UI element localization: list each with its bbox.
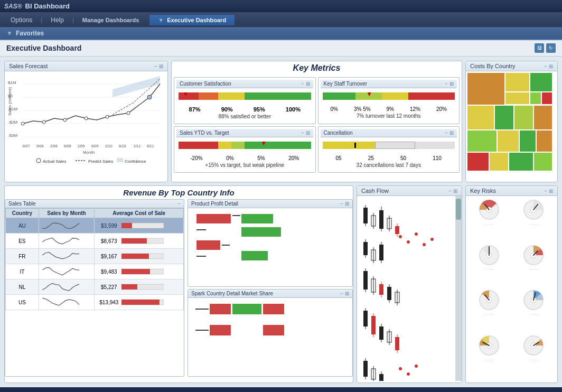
- cashflow-scrollbar[interactable]: [455, 196, 462, 381]
- svg-point-15: [85, 117, 88, 120]
- sy-values: -20%0%5%20%: [179, 155, 311, 161]
- st2-minimize[interactable]: −: [177, 201, 181, 207]
- table-row: FR$9,167: [6, 249, 184, 264]
- risk-gauge-4-svg: [522, 244, 546, 267]
- cancellation-header: Cancellation −⊞: [321, 129, 457, 137]
- table-row: AU$3,599: [6, 218, 184, 234]
- svg-point-17: [127, 111, 130, 115]
- revenue-section-panel: Revenue By Top Country Info Sales Table …: [4, 185, 353, 383]
- risk-gauge-4: · · · ·: [513, 244, 556, 287]
- svg-text:-$3M: -$3M: [8, 133, 18, 138]
- risk-gauge-7: · · · ·: [468, 334, 511, 377]
- svg-text:8/09: 8/09: [91, 144, 99, 148]
- cs-minimize[interactable]: −: [301, 81, 304, 87]
- risk-gauge-2: · · · ·: [513, 198, 556, 241]
- sy-minimize[interactable]: −: [301, 130, 304, 136]
- svg-point-108: [430, 238, 434, 241]
- table-row: IT$9,483: [6, 264, 184, 279]
- revenue-grid: Sales Table − Country Sales by Month Ave…: [5, 199, 353, 377]
- cf-minimize[interactable]: −: [448, 188, 452, 194]
- table-row: ES$8,673: [6, 234, 184, 249]
- profit-svg: [190, 211, 288, 262]
- st-gauge-bar: ▼: [323, 92, 455, 104]
- forecast-svg: $1M $0 -$1M -$2M -$3M Sales (millions): [7, 73, 163, 166]
- key-risks-header: Key Risks −⊞: [466, 186, 557, 196]
- product-profit-header: Product Profit Detail −⊞: [188, 200, 352, 208]
- svg-text:Month: Month: [83, 150, 95, 155]
- ca-minimize[interactable]: −: [445, 130, 448, 136]
- svg-rect-51: [490, 153, 508, 171]
- pp-minimize[interactable]: −: [340, 201, 343, 207]
- svg-rect-67: [196, 214, 231, 223]
- product-profit-chart: [188, 208, 352, 265]
- svg-text:8/07: 8/07: [23, 144, 30, 148]
- sy-expand[interactable]: ⊞: [306, 130, 310, 136]
- sales-forecast-header: Sales Forecast − ⊞: [5, 61, 167, 71]
- svg-rect-59: [121, 254, 149, 259]
- sc-expand[interactable]: ⊞: [345, 291, 349, 296]
- svg-rect-40: [530, 92, 541, 104]
- svg-text:2/11: 2/11: [134, 144, 141, 148]
- ca-title: Cancellation: [324, 130, 353, 136]
- svg-point-30: [36, 158, 41, 163]
- ca-gauge-bar: [323, 142, 455, 153]
- dashboard-icon1[interactable]: 🖫: [535, 43, 544, 53]
- cell-country: ES: [6, 234, 39, 249]
- st-expand[interactable]: ⊞: [449, 81, 454, 87]
- dashboard-header: Executive Dashboard 🖫 ↻: [0, 40, 562, 57]
- cs-values: 87%90%95%100%: [179, 106, 311, 113]
- key-risks-panel: Key Risks −⊞ · · · ·: [465, 185, 558, 383]
- options-menu[interactable]: Options: [4, 14, 39, 26]
- svg-rect-87: [263, 325, 284, 335]
- sc-minimize[interactable]: −: [340, 291, 343, 296]
- svg-point-105: [407, 240, 410, 244]
- favorites-arrow-icon: ▼: [6, 30, 13, 37]
- col-sales-month: Sales by Month: [39, 209, 95, 218]
- svg-rect-38: [530, 73, 552, 91]
- risk-gauge-3: · · · ·: [468, 244, 511, 287]
- sales-table-title: Sales Table: [8, 201, 36, 207]
- cf-expand[interactable]: ⊞: [453, 188, 457, 194]
- st-subtitle: 7% turnover last 12 months: [323, 113, 455, 119]
- forecast-chart-area: $1M $0 -$1M -$2M -$3M Sales (millions): [5, 71, 167, 178]
- key-metrics-panel: Key Metrics Customer Satisfaction −⊞: [171, 61, 462, 182]
- costs-expand[interactable]: ⊞: [549, 63, 553, 69]
- risk-dots-3: · · · ·: [485, 267, 493, 272]
- svg-rect-86: [210, 325, 231, 335]
- favorites-bar: ▼ Favorites: [0, 27, 562, 40]
- help-menu[interactable]: Help: [44, 14, 70, 26]
- ca-expand[interactable]: ⊞: [449, 130, 454, 136]
- dashboard-icon2[interactable]: ↻: [546, 43, 556, 53]
- sy-gauge-bar: ▼: [179, 142, 311, 153]
- tab-arrow-icon: ▼: [158, 17, 164, 23]
- table-row: NL$5,227: [6, 279, 184, 295]
- sales-table-header: Sales Table −: [5, 200, 184, 208]
- right-charts: Product Profit Detail −⊞: [188, 199, 353, 377]
- pp-expand[interactable]: ⊞: [345, 201, 349, 207]
- cash-flow-title: Cash Flow: [361, 188, 389, 194]
- kr-minimize[interactable]: −: [544, 188, 547, 194]
- cell-sparkline: [39, 279, 95, 295]
- svg-text:2/09: 2/09: [78, 144, 85, 148]
- minimize-icon[interactable]: −: [154, 63, 157, 69]
- costs-minimize[interactable]: −: [544, 63, 547, 69]
- cs-content: ▼ 87%90%95%100% 88% satisfied or better: [176, 88, 313, 122]
- cash-flow-chart-area[interactable]: [357, 196, 455, 381]
- svg-rect-83: [263, 304, 284, 314]
- manage-dashboards-button[interactable]: Manage Dashboards: [76, 15, 146, 25]
- active-dashboard-tab[interactable]: ▼ Executive Dashboard: [149, 15, 235, 25]
- product-profit-panel: Product Profit Detail −⊞: [188, 199, 353, 287]
- st-minimize[interactable]: −: [445, 81, 448, 87]
- svg-point-14: [63, 118, 67, 122]
- cs-expand[interactable]: ⊞: [306, 81, 310, 87]
- svg-point-136: [407, 372, 410, 376]
- kr-expand[interactable]: ⊞: [549, 188, 553, 194]
- expand-icon[interactable]: ⊞: [159, 63, 163, 69]
- sas-logo: SAS®: [4, 3, 22, 10]
- svg-rect-55: [121, 223, 132, 228]
- st-values: 0%3% 5%9%12%20%: [323, 106, 455, 112]
- svg-text:$1M: $1M: [8, 80, 16, 85]
- st-title: Key Staff Turnover: [324, 81, 368, 87]
- treemap-svg: [467, 73, 552, 171]
- cell-sparkline: [39, 249, 95, 264]
